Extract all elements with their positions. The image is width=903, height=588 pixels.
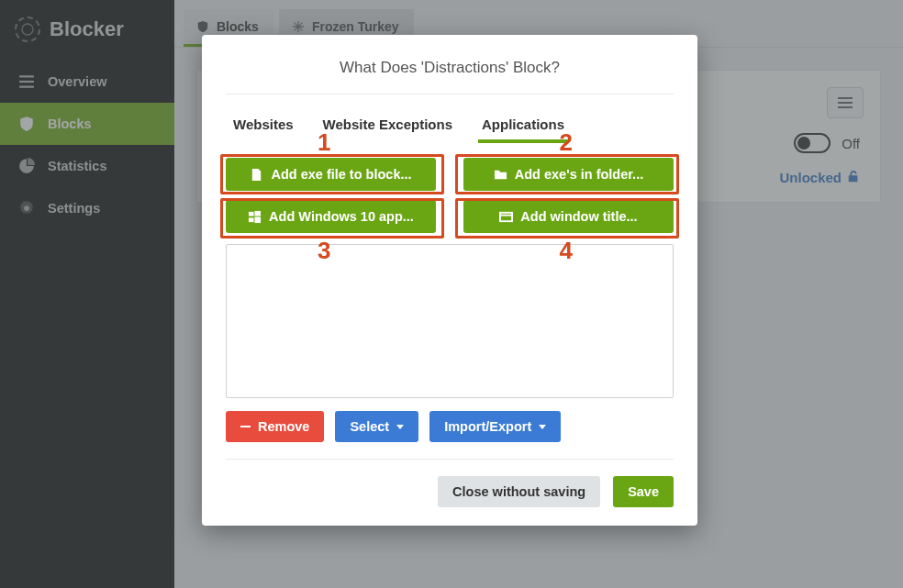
svg-rect-8 xyxy=(255,216,262,223)
svg-rect-7 xyxy=(249,217,254,222)
app-block-button-grid: Add exe file to block... Add exe's in fo… xyxy=(226,141,674,239)
button-label: Select xyxy=(350,419,389,434)
button-label: Remove xyxy=(258,419,309,434)
button-label: Add window title... xyxy=(520,209,637,224)
save-button[interactable]: Save xyxy=(613,476,674,507)
block-settings-modal: What Does 'Distractions' Block? Websites… xyxy=(202,35,697,526)
svg-rect-9 xyxy=(500,212,512,220)
modal-tab-label: Website Exceptions xyxy=(323,116,452,132)
file-icon xyxy=(250,168,263,182)
svg-rect-6 xyxy=(255,210,262,216)
window-icon xyxy=(499,210,513,224)
button-label: Close without saving xyxy=(452,484,585,499)
add-exe-button[interactable]: Add exe file to block... xyxy=(226,158,436,191)
modal-tab-applications[interactable]: Applications xyxy=(480,111,566,141)
close-without-saving-button[interactable]: Close without saving xyxy=(438,476,600,507)
modal-tab-websites[interactable]: Websites xyxy=(231,111,295,141)
button-label: Import/Export xyxy=(444,419,531,434)
svg-rect-5 xyxy=(249,211,254,216)
modal-footer: Close without saving Save xyxy=(226,476,674,507)
remove-button[interactable]: Remove xyxy=(226,411,324,442)
blocked-apps-listbox[interactable] xyxy=(226,244,674,398)
minus-icon xyxy=(240,426,251,428)
chevron-down-icon xyxy=(396,425,404,429)
button-label: Add Windows 10 app... xyxy=(269,209,414,224)
folder-icon xyxy=(494,168,507,182)
add-window-title-button[interactable]: Add window title... xyxy=(463,200,674,233)
modal-tab-label: Applications xyxy=(482,116,564,132)
chevron-down-icon xyxy=(539,425,546,429)
button-label: Add exe's in folder... xyxy=(515,167,643,182)
add-win10-app-button[interactable]: Add Windows 10 app... xyxy=(226,200,436,233)
add-folder-button[interactable]: Add exe's in folder... xyxy=(463,158,674,191)
list-actions-row: Remove Select Import/Export xyxy=(226,411,674,442)
modal-tab-label: Websites xyxy=(233,116,294,132)
button-label: Save xyxy=(628,484,659,499)
windows-icon xyxy=(248,210,262,224)
select-button[interactable]: Select xyxy=(335,411,418,442)
modal-tab-website-exceptions[interactable]: Website Exceptions xyxy=(321,111,454,141)
import-export-button[interactable]: Import/Export xyxy=(429,411,561,442)
button-label: Add exe file to block... xyxy=(271,167,411,182)
modal-title: What Does 'Distractions' Block? xyxy=(226,53,674,94)
modal-tabs: Websites Website Exceptions Applications xyxy=(226,94,674,141)
